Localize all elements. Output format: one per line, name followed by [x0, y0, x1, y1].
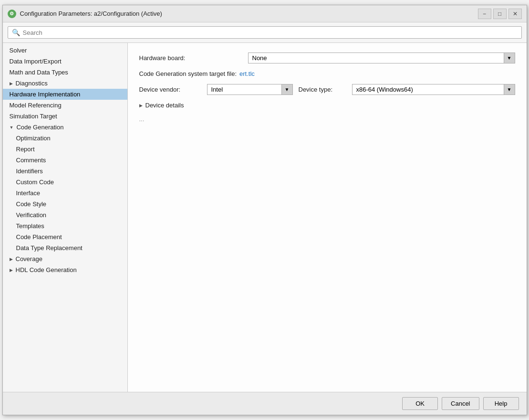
- cancel-button[interactable]: Cancel: [442, 397, 479, 410]
- sidebar-item-label: Code Style: [16, 200, 47, 208]
- sidebar-item-coverage[interactable]: ▶ Coverage: [3, 253, 127, 264]
- title-bar: ⚙ Configuration Parameters: a2/Configura…: [3, 5, 527, 22]
- main-window: ⚙ Configuration Parameters: a2/Configura…: [2, 5, 527, 415]
- search-input[interactable]: [23, 29, 518, 36]
- hardware-board-label: Hardware board:: [139, 54, 244, 62]
- sidebar-item-label: Optimization: [16, 135, 51, 142]
- bottom-bar: OK Cancel Help: [3, 392, 527, 415]
- sidebar-item-label: Comments: [16, 157, 46, 164]
- sidebar-item-label: Math and Data Types: [10, 69, 68, 76]
- sidebar-item-code-style[interactable]: Code Style: [3, 199, 127, 210]
- sidebar-item-code-generation[interactable]: ▼ Code Generation: [3, 122, 127, 133]
- sidebar-item-comments[interactable]: Comments: [3, 155, 127, 166]
- sidebar-item-model-referencing[interactable]: Model Referencing: [3, 100, 127, 111]
- ok-button[interactable]: OK: [402, 397, 438, 410]
- hardware-board-row: Hardware board: None ▼: [139, 52, 515, 63]
- sidebar-item-label: Templates: [16, 222, 44, 230]
- sidebar-item-label: Data Type Replacement: [16, 244, 83, 252]
- expand-icon: ▶: [10, 257, 13, 262]
- sidebar-item-label: Diagnostics: [16, 80, 48, 87]
- device-vendor-select-wrapper: Intel ▼: [207, 84, 293, 95]
- device-type-select-wrapper: x86-64 (Windows64) ▼: [352, 84, 515, 95]
- device-type-label: Device type:: [299, 86, 346, 93]
- sidebar-item-simulation-target[interactable]: Simulation Target: [3, 111, 127, 122]
- help-button[interactable]: Help: [483, 397, 519, 410]
- hardware-board-input-wrapper: None ▼: [248, 52, 515, 63]
- ellipsis: ...: [139, 116, 515, 123]
- sidebar-item-diagnostics[interactable]: ▶ Diagnostics: [3, 78, 127, 89]
- sidebar-item-label: Simulation Target: [10, 113, 57, 120]
- sidebar-item-data-import-export[interactable]: Data Import/Export: [3, 56, 127, 67]
- sidebar-item-identifiers[interactable]: Identifiers: [3, 166, 127, 177]
- search-icon: 🔍: [12, 29, 20, 36]
- sidebar-item-label: Hardware Implementation: [10, 91, 81, 98]
- sidebar: Solver Data Import/Export Math and Data …: [3, 43, 128, 392]
- sidebar-item-label: Data Import/Export: [10, 58, 62, 65]
- sidebar-item-label: Verification: [16, 211, 47, 219]
- sidebar-item-solver[interactable]: Solver: [3, 45, 127, 56]
- sidebar-item-verification[interactable]: Verification: [3, 210, 127, 220]
- sidebar-item-label: HDL Code Generation: [16, 266, 77, 273]
- sidebar-item-optimization[interactable]: Optimization: [3, 133, 127, 144]
- device-vendor-value: Intel: [207, 84, 281, 94]
- sidebar-item-label: Report: [16, 146, 35, 153]
- sidebar-item-label: Custom Code: [16, 178, 54, 186]
- sidebar-item-templates[interactable]: Templates: [3, 220, 127, 231]
- device-type-value: x86-64 (Windows64): [353, 84, 504, 94]
- sidebar-item-label: Interface: [16, 189, 41, 197]
- hardware-board-select-wrapper: None ▼: [248, 52, 515, 63]
- device-row: Device vendor: Intel ▼ Device type: x86-…: [139, 84, 515, 95]
- expand-icon: ▶: [10, 268, 13, 273]
- sidebar-item-label: Code Placement: [16, 233, 62, 241]
- sidebar-item-label: Code Generation: [16, 124, 63, 131]
- title-bar-controls: − □ ✕: [478, 9, 522, 19]
- main-content: Solver Data Import/Export Math and Data …: [3, 43, 527, 392]
- search-wrapper: 🔍: [8, 26, 522, 39]
- sidebar-item-math-data-types[interactable]: Math and Data Types: [3, 67, 127, 78]
- window-title: Configuration Parameters: a2/Configurati…: [20, 10, 162, 17]
- sidebar-item-label: Identifiers: [16, 168, 43, 175]
- sidebar-item-label: Solver: [10, 47, 27, 54]
- hardware-board-dropdown-button[interactable]: ▼: [504, 53, 515, 63]
- system-target-label: Code Generation system target file:: [139, 70, 237, 77]
- close-button[interactable]: ✕: [508, 9, 522, 19]
- device-vendor-dropdown-button[interactable]: ▼: [281, 84, 292, 94]
- minimize-button[interactable]: −: [478, 9, 491, 19]
- system-target-row: Code Generation system target file: ert.…: [139, 70, 515, 77]
- expand-icon: ▶: [10, 81, 13, 86]
- sidebar-item-interface[interactable]: Interface: [3, 188, 127, 199]
- device-details-expand-icon: ▶: [139, 103, 143, 108]
- sidebar-item-label: Coverage: [16, 255, 42, 262]
- search-bar: 🔍: [3, 22, 527, 43]
- sidebar-item-custom-code[interactable]: Custom Code: [3, 177, 127, 188]
- content-area: Hardware board: None ▼ Code Generation s…: [128, 43, 527, 392]
- collapse-icon: ▼: [10, 125, 14, 130]
- device-vendor-label: Device vendor:: [139, 86, 201, 93]
- restore-button[interactable]: □: [493, 9, 507, 19]
- device-details-label: Device details: [145, 102, 184, 109]
- sidebar-item-hdl-code-generation[interactable]: ▶ HDL Code Generation: [3, 264, 127, 275]
- device-details-toggle[interactable]: ▶ Device details: [139, 102, 184, 109]
- device-details-row: ▶ Device details: [139, 102, 515, 109]
- app-icon: ⚙: [8, 10, 16, 18]
- title-bar-left: ⚙ Configuration Parameters: a2/Configura…: [8, 10, 162, 18]
- device-type-dropdown-button[interactable]: ▼: [504, 84, 515, 94]
- sidebar-item-report[interactable]: Report: [3, 144, 127, 155]
- sidebar-item-label: Model Referencing: [10, 102, 62, 109]
- sidebar-item-data-type-replacement[interactable]: Data Type Replacement: [3, 242, 127, 253]
- sidebar-item-hardware-implementation[interactable]: Hardware Implementation: [3, 89, 127, 100]
- sidebar-item-code-placement[interactable]: Code Placement: [3, 231, 127, 242]
- hardware-board-value: None: [249, 53, 504, 63]
- system-target-link[interactable]: ert.tlc: [239, 70, 255, 77]
